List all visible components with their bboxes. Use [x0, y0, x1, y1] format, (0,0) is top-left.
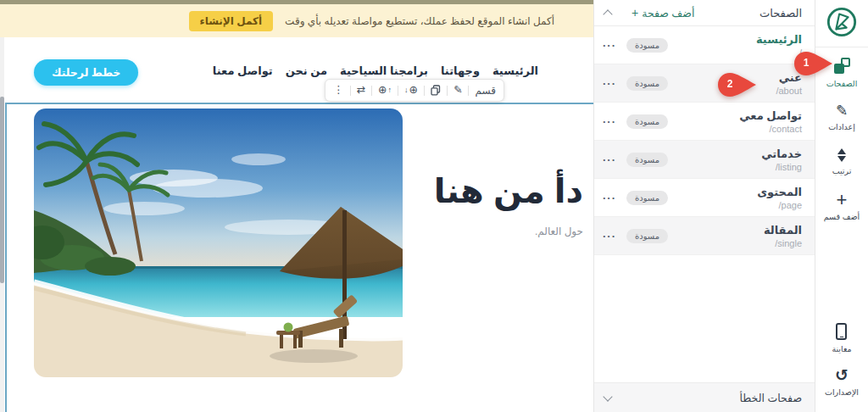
plus-icon: + [837, 192, 848, 208]
pages-panel-title: الصفحات [760, 7, 802, 19]
toolbar-divider [424, 86, 425, 96]
page-name[interactable]: المقالة [668, 224, 802, 237]
collapse-pages-icon[interactable] [603, 9, 612, 19]
status-badge: مسودة [626, 191, 668, 205]
annotation-pin-2: 2 [717, 72, 758, 97]
rail-label: ترتيب [832, 166, 852, 175]
page-path: /single [775, 238, 802, 248]
save-notice-text: أكمل انشاء الموقع لحفظ عملك، تستطيع مواص… [285, 15, 554, 27]
site-builder-app: أكمل انشاء الموقع لحفظ عملك، تستطيع مواص… [0, 0, 868, 412]
more-icon[interactable]: ⋮ [333, 85, 344, 96]
error-pages-section[interactable]: صفحات الخطأ [594, 382, 815, 412]
complete-creation-button[interactable]: أكمل الإنشاء [189, 11, 274, 31]
page-row-home[interactable]: الرئيسية/ مسودة ··· [594, 26, 815, 64]
page-path: /listing [776, 162, 802, 172]
duplicate-icon[interactable] [431, 85, 441, 96]
editor-main-area: أكمل انشاء الموقع لحفظ عملك، تستطيع مواص… [0, 0, 593, 412]
page-row-contact[interactable]: تواصل معي/contact مسودة ··· [594, 103, 815, 141]
toolbar-divider [350, 86, 351, 96]
app-logo[interactable] [826, 6, 858, 42]
annotation-number: 1 [800, 57, 812, 69]
page-more-icon[interactable]: ··· [603, 192, 616, 204]
rail-label: الإصدارات [825, 387, 859, 397]
rail-label: إعدادات [828, 122, 855, 131]
sort-icon [837, 148, 846, 162]
pages-icon [833, 58, 850, 75]
status-badge: مسودة [626, 153, 668, 167]
section-toolbar-label: قسم [475, 85, 495, 97]
page-name[interactable]: المحتوى [668, 186, 802, 198]
toolbar-divider [468, 86, 469, 96]
page-path: /page [778, 200, 802, 210]
add-above-icon[interactable]: ⊕↑ [378, 85, 392, 96]
status-badge: مسودة [626, 229, 668, 243]
status-badge: مسودة [626, 38, 668, 53]
error-pages-label[interactable]: صفحات الخطأ [740, 392, 802, 404]
expand-error-pages-icon[interactable] [603, 392, 612, 401]
toolbar-divider [371, 86, 372, 96]
hero-subtitle-text[interactable]: حول العالم. [535, 225, 583, 237]
rail-item-settings[interactable]: ✎ إعدادات [828, 103, 855, 131]
rail-label: الصفحات [826, 79, 858, 88]
canvas-scrollbar[interactable] [0, 37, 4, 412]
annotation-number: 2 [724, 78, 736, 90]
page-row-content[interactable]: المحتوى/page مسودة ··· [594, 179, 815, 217]
add-page-label: أضف صفحة [642, 7, 694, 19]
save-notice-banner: أكمل انشاء الموقع لحفظ عملك، تستطيع مواص… [0, 4, 593, 37]
nav-item-about[interactable]: من نحن [286, 64, 327, 77]
plan-trip-button[interactable]: خطط لرحلتك [34, 59, 138, 86]
page-row-services[interactable]: خدماتي/listing مسودة ··· [594, 141, 815, 179]
page-more-icon[interactable]: ··· [603, 39, 616, 52]
add-page-button[interactable]: + أضف صفحة [632, 7, 694, 19]
hero-beach-image[interactable] [34, 109, 403, 377]
status-badge: مسودة [626, 114, 668, 129]
rail-item-add-section[interactable]: + أضف قسم [824, 192, 860, 221]
pencil-icon: ✎ [836, 103, 848, 118]
plus-icon: + [632, 7, 638, 19]
toolbar-divider [398, 86, 398, 96]
rail-divider [815, 47, 868, 47]
rail-item-order[interactable]: ترتيب [832, 148, 852, 175]
edit-icon[interactable]: ✎ [453, 85, 462, 96]
site-preview-canvas: خطط لرحلتك الرئيسية وجهاتنا برامجنا السي… [0, 37, 593, 412]
page-row-article[interactable]: المقالة/single مسودة ··· [594, 217, 815, 255]
pages-list: الرئيسية/ مسودة ··· عني/about مسودة ··· … [594, 26, 815, 255]
hero-heading-text[interactable]: دأ من هنا [434, 171, 583, 210]
annotation-pin-1: 1 [793, 51, 834, 76]
page-row-about[interactable]: عني/about مسودة ··· [594, 64, 815, 103]
rail-item-preview[interactable]: معاينة [832, 323, 851, 354]
nav-item-home[interactable]: الرئيسية [492, 64, 538, 77]
canvas-scrollbar-thumb[interactable] [0, 97, 4, 283]
page-more-icon[interactable]: ··· [603, 77, 616, 90]
page-more-icon[interactable]: ··· [603, 153, 616, 166]
reorder-icon[interactable]: ⇄ [357, 85, 365, 96]
pages-sidebar-header: الصفحات + أضف صفحة [594, 0, 815, 26]
rail-label: أضف قسم [824, 212, 860, 221]
page-path: /contact [769, 124, 802, 134]
page-more-icon[interactable]: ··· [603, 115, 616, 128]
pages-sidebar: الصفحات + أضف صفحة الرئيسية/ مسودة ··· ع… [593, 0, 815, 412]
nav-item-programs[interactable]: برامجنا السياحية [340, 64, 428, 77]
page-name[interactable]: تواصل معي [668, 109, 802, 122]
nav-item-contact[interactable]: تواصل معنا [213, 64, 273, 77]
site-navigation: الرئيسية وجهاتنا برامجنا السياحية من نحن… [213, 64, 538, 77]
toolbar-divider [447, 86, 448, 96]
page-more-icon[interactable]: ··· [603, 230, 616, 242]
rail-item-versions[interactable]: ↺ الإصدارات [825, 367, 859, 397]
status-badge: مسودة [626, 76, 668, 91]
nav-item-destinations[interactable]: وجهاتنا [441, 64, 480, 77]
phone-icon [836, 323, 847, 340]
page-name[interactable]: الرئيسية [668, 33, 802, 46]
section-toolbar: قسم ✎ ↓⊕ ⊕↑ ⇄ ⋮ [325, 79, 504, 102]
add-below-icon[interactable]: ↓⊕ [404, 85, 418, 96]
rail-label: معاينة [832, 344, 851, 354]
page-path: /about [776, 86, 802, 96]
page-name[interactable]: خدماتي [668, 148, 802, 160]
history-icon: ↺ [835, 367, 849, 383]
